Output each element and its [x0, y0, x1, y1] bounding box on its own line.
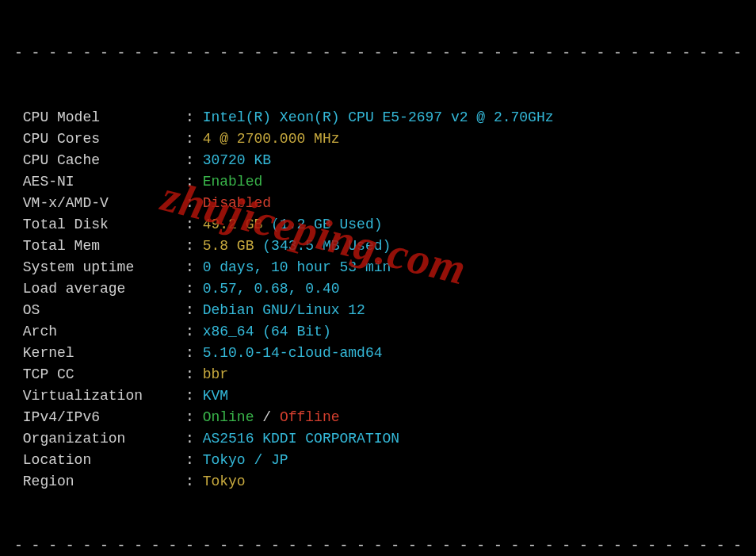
- row-colon: :: [185, 152, 203, 168]
- row-label: Arch: [14, 321, 185, 343]
- system-info-row: Kernel : 5.10.0-14-cloud-amd64: [14, 343, 742, 364]
- row-colon: :: [185, 302, 203, 318]
- system-info-row: Location : Tokyo / JP: [14, 450, 742, 471]
- row-label: Total Mem: [14, 236, 185, 257]
- system-info-row: AES-NI : Enabled: [14, 171, 742, 193]
- row-colon: :: [185, 281, 203, 297]
- row-colon: :: [185, 131, 203, 147]
- row-value: KVM: [203, 388, 228, 404]
- row-label: Location: [14, 450, 185, 471]
- row-label: Total Disk: [14, 214, 185, 236]
- row-value: 0 days, 10 hour 53 min: [203, 259, 391, 275]
- system-info-row: Virtualization : KVM: [14, 385, 742, 407]
- terminal-output: - - - - - - - - - - - - - - - - - - - - …: [0, 0, 756, 556]
- row-value: Disabled: [203, 195, 271, 211]
- row-colon: :: [185, 431, 203, 447]
- row-value: Tokyo / JP: [203, 452, 288, 468]
- system-info-row: CPU Model : Intel(R) Xeon(R) CPU E5-2697…: [14, 107, 742, 128]
- divider-mid: - - - - - - - - - - - - - - - - - - - - …: [14, 535, 742, 556]
- system-info-block: CPU Model : Intel(R) Xeon(R) CPU E5-2697…: [14, 107, 742, 493]
- row-value: 5.8 GB: [203, 238, 263, 254]
- row-value: Online: [203, 409, 254, 425]
- row-value: 4 @ 2700.000 MHz: [203, 131, 340, 147]
- row-label: Virtualization: [14, 385, 185, 407]
- row-colon: :: [185, 217, 203, 232]
- system-info-row: OS : Debian GNU/Linux 12: [14, 300, 742, 321]
- row-value: x86_64 (64 Bit): [203, 324, 331, 339]
- row-label: Load average: [14, 278, 185, 300]
- row-label: OS: [14, 300, 185, 321]
- row-colon: :: [185, 259, 203, 275]
- row-colon: :: [185, 238, 203, 254]
- row-value: 49.2 GB: [203, 217, 271, 232]
- system-info-row: Total Disk : 49.2 GB (1.2 GB Used): [14, 214, 742, 236]
- row-label: CPU Model: [14, 107, 185, 128]
- row-value: Enabled: [203, 174, 263, 190]
- row-label: Region: [14, 471, 185, 493]
- row-label: CPU Cache: [14, 150, 185, 171]
- row-label: CPU Cores: [14, 128, 185, 150]
- row-value: 30720 KB: [203, 152, 271, 168]
- row-value: (343.5 MB Used): [262, 238, 391, 254]
- row-value: (1.2 GB Used): [271, 217, 382, 232]
- row-colon: :: [185, 195, 203, 211]
- row-value: bbr: [203, 366, 228, 382]
- row-colon: :: [185, 109, 203, 125]
- system-info-row: VM-x/AMD-V : Disabled: [14, 193, 742, 214]
- row-label: TCP CC: [14, 364, 185, 385]
- system-info-row: Region : Tokyo: [14, 471, 742, 493]
- row-value: AS2516 KDDI CORPORATION: [203, 431, 399, 447]
- row-value: /: [254, 409, 279, 425]
- system-info-row: System uptime : 0 days, 10 hour 53 min: [14, 257, 742, 278]
- row-colon: :: [185, 388, 203, 404]
- system-info-row: Total Mem : 5.8 GB (343.5 MB Used): [14, 236, 742, 257]
- system-info-row: Organization : AS2516 KDDI CORPORATION: [14, 428, 742, 450]
- row-colon: :: [185, 409, 203, 425]
- divider-top: - - - - - - - - - - - - - - - - - - - - …: [14, 43, 742, 64]
- row-value: Intel(R) Xeon(R) CPU E5-2697 v2 @ 2.70GH…: [203, 109, 554, 125]
- row-label: Organization: [14, 428, 185, 450]
- system-info-row: IPv4/IPv6 : Online / Offline: [14, 407, 742, 428]
- row-label: Kernel: [14, 343, 185, 364]
- row-colon: :: [185, 174, 203, 190]
- row-value: 0.57, 0.68, 0.40: [203, 281, 340, 297]
- system-info-row: Load average : 0.57, 0.68, 0.40: [14, 278, 742, 300]
- row-label: VM-x/AMD-V: [14, 193, 185, 214]
- system-info-row: Arch : x86_64 (64 Bit): [14, 321, 742, 343]
- system-info-row: CPU Cores : 4 @ 2700.000 MHz: [14, 128, 742, 150]
- row-label: System uptime: [14, 257, 185, 278]
- row-colon: :: [185, 366, 203, 382]
- row-colon: :: [185, 452, 203, 468]
- row-value: 5.10.0-14-cloud-amd64: [203, 345, 383, 361]
- row-value: Debian GNU/Linux 12: [203, 302, 365, 318]
- row-colon: :: [185, 324, 203, 339]
- system-info-row: CPU Cache : 30720 KB: [14, 150, 742, 171]
- row-colon: :: [185, 345, 203, 361]
- row-label: IPv4/IPv6: [14, 407, 185, 428]
- row-colon: :: [185, 474, 203, 489]
- system-info-row: TCP CC : bbr: [14, 364, 742, 385]
- row-value: Tokyo: [203, 474, 246, 489]
- row-label: AES-NI: [14, 171, 185, 193]
- row-value: Offline: [280, 409, 340, 425]
